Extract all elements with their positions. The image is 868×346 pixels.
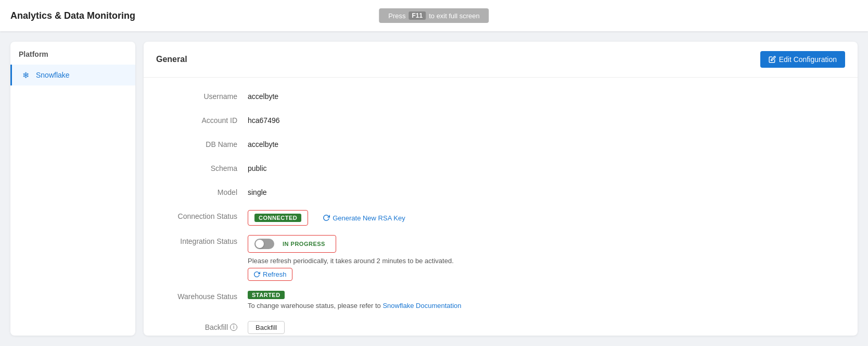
sidebar-title: Platform [10, 50, 135, 65]
config-body: Username accelbyte Account ID hca67496 D… [144, 78, 858, 336]
fullscreen-key: F11 [409, 11, 426, 20]
sidebar-item-label: Snowflake [36, 71, 70, 79]
pencil-icon [769, 56, 776, 63]
refresh-label: Refresh [263, 270, 287, 278]
sidebar: Platform ❄ Snowflake [10, 42, 135, 336]
backfill-button[interactable]: Backfill [248, 321, 285, 334]
content-header: General Edit Configuration [144, 42, 858, 78]
db-name-row: DB Name accelbyte [164, 138, 837, 153]
refresh-button[interactable]: Refresh [248, 268, 292, 281]
model-row: Model single [164, 186, 837, 201]
schema-label: Schema [164, 162, 248, 175]
toggle-thumb [256, 240, 264, 248]
integration-toggle[interactable] [254, 239, 274, 249]
username-label: Username [164, 90, 248, 103]
refresh-icon-small [323, 214, 330, 221]
integration-status-row: Integration Status IN PROGRESS Please re… [164, 235, 837, 281]
sidebar-item-snowflake[interactable]: ❄ Snowflake [10, 65, 135, 85]
account-id-row: Account ID hca67496 [164, 114, 837, 129]
topbar: Analytics & Data Monitoring Press F11 to… [0, 0, 868, 31]
connection-status-box: CONNECTED [248, 210, 308, 226]
db-name-label: DB Name [164, 138, 248, 151]
section-title: General [156, 55, 187, 64]
account-id-label: Account ID [164, 114, 248, 127]
generate-rsa-key-button[interactable]: Generate New RSA Key [323, 214, 405, 222]
edit-configuration-button[interactable]: Edit Configuration [760, 51, 845, 68]
backfill-label: Backfill i [164, 321, 248, 333]
schema-value: public [248, 162, 267, 175]
warehouse-note-prefix: To change warehouse status, please refer… [248, 302, 381, 310]
backfill-row: Backfill i Backfill [164, 321, 837, 336]
generate-rsa-label: Generate New RSA Key [333, 214, 405, 222]
main-layout: Platform ❄ Snowflake General Edit Config… [0, 31, 868, 346]
fullscreen-text-before: Press [388, 12, 405, 20]
refresh-note: Please refresh periodically, it takes ar… [248, 257, 454, 265]
warehouse-status-row: Warehouse Status STARTED To change wareh… [164, 290, 837, 312]
integration-status-label: Integration Status [164, 235, 248, 248]
fullscreen-text-after: to exit full screen [429, 12, 480, 20]
snowflake-documentation-link[interactable]: Snowflake Documentation [382, 302, 461, 310]
db-name-value: accelbyte [248, 138, 278, 151]
account-id-value: hca67496 [248, 114, 280, 127]
refresh-icon [253, 271, 260, 278]
schema-row: Schema public [164, 162, 837, 177]
edit-config-label: Edit Configuration [779, 55, 837, 64]
warehouse-status-label: Warehouse Status [164, 290, 248, 303]
app-title: Analytics & Data Monitoring [10, 10, 135, 21]
username-value: accelbyte [248, 90, 278, 103]
integration-status-badge: IN PROGRESS [278, 240, 329, 248]
connection-status-badge: CONNECTED [254, 214, 301, 222]
warehouse-status-badge: STARTED [248, 291, 285, 299]
content-panel: General Edit Configuration Username acce… [144, 42, 858, 336]
username-row: Username accelbyte [164, 90, 837, 105]
backfill-info-icon[interactable]: i [230, 324, 237, 331]
fullscreen-toast: Press F11 to exit full screen [379, 8, 489, 23]
model-label: Model [164, 186, 248, 199]
connection-status-label: Connection Status [164, 210, 248, 223]
snowflake-icon: ❄ [20, 70, 31, 80]
integration-status-box: IN PROGRESS [248, 235, 336, 253]
warehouse-note: To change warehouse status, please refer… [248, 302, 461, 310]
connection-status-row: Connection Status CONNECTED Generate New… [164, 210, 837, 226]
model-value: single [248, 186, 267, 199]
